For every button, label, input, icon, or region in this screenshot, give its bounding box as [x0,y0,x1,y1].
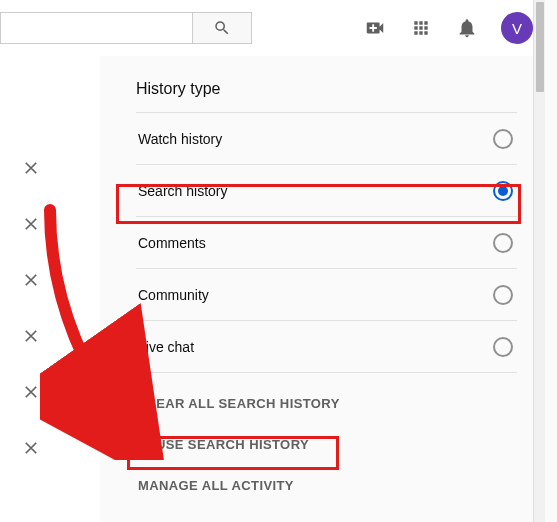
panel-title: History type [136,80,517,113]
create-button[interactable] [363,16,387,40]
option-watch-history[interactable]: Watch history [136,113,517,165]
bell-icon [456,17,478,39]
option-label: Search history [138,183,227,199]
close-icon[interactable] [22,439,40,457]
search-box [0,12,252,44]
history-item-remove [0,308,100,364]
history-item-remove [0,420,100,476]
option-label: Community [138,287,209,303]
apps-grid-icon [411,18,431,38]
radio-icon [493,129,513,149]
history-item-remove [0,252,100,308]
close-icon[interactable] [22,383,40,401]
option-live-chat[interactable]: Live chat [136,321,517,373]
radio-icon [493,337,513,357]
option-label: Watch history [138,131,222,147]
create-video-icon [364,17,386,39]
option-community[interactable]: Community [136,269,517,321]
close-icon[interactable] [22,271,40,289]
pause-search-history-link[interactable]: PAUSE SEARCH HISTORY [136,424,517,465]
history-items-column [0,56,100,522]
apps-button[interactable] [409,16,433,40]
history-type-panel: History type Watch history Search histor… [100,56,545,506]
option-label: Comments [138,235,206,251]
topbar-right-icons: V [363,0,533,56]
search-input[interactable] [0,12,192,44]
search-icon [213,19,231,37]
history-item-remove [0,140,100,196]
avatar-initial: V [512,20,522,37]
close-icon[interactable] [22,215,40,233]
option-search-history[interactable]: Search history [136,165,517,217]
search-button[interactable] [192,12,252,44]
clear-all-search-history-link[interactable]: CLEAR ALL SEARCH HISTORY [136,383,517,424]
option-label: Live chat [138,339,194,355]
radio-icon-selected [493,181,513,201]
option-comments[interactable]: Comments [136,217,517,269]
history-item-remove [0,196,100,252]
scrollbar-thumb[interactable] [536,2,544,92]
close-icon[interactable] [22,327,40,345]
manage-all-activity-link[interactable]: MANAGE ALL ACTIVITY [136,465,517,506]
notifications-button[interactable] [455,16,479,40]
top-bar: V [0,0,545,56]
radio-icon [493,233,513,253]
history-item-remove [0,364,100,420]
close-icon[interactable] [22,159,40,177]
account-avatar[interactable]: V [501,12,533,44]
radio-icon [493,285,513,305]
vertical-scrollbar[interactable] [533,0,545,522]
